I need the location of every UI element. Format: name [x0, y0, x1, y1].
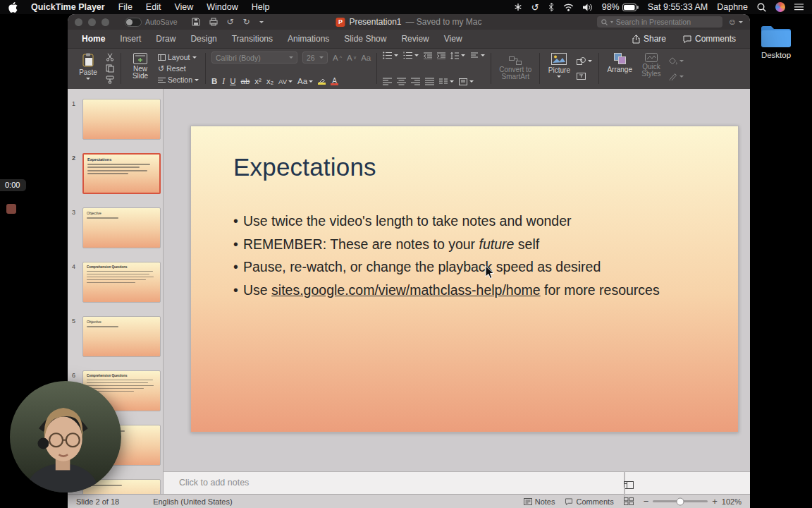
search-field[interactable] — [597, 16, 722, 28]
undo-icon[interactable]: ↺ — [227, 18, 234, 26]
align-right-icon[interactable] — [411, 78, 420, 85]
slide-4-preview[interactable]: Comprehension Questions — [82, 262, 161, 303]
stop-recording-button[interactable] — [6, 204, 16, 214]
indent-icon[interactable] — [437, 52, 445, 59]
picture-button[interactable]: Picture — [546, 52, 572, 85]
wifi-icon[interactable] — [563, 4, 574, 11]
slide-2-preview[interactable]: Expectations — [82, 153, 161, 194]
menu-edit[interactable]: Edit — [146, 2, 161, 12]
window-titlebar[interactable]: AutoSave ↺ ↻ P Presentation1 — Saved to … — [68, 14, 750, 30]
convert-to-smartart-button[interactable]: Convert to SmartArt — [497, 52, 534, 85]
highlight-color-button[interactable] — [318, 78, 326, 85]
zoom-slider[interactable] — [653, 500, 708, 502]
tab-animations[interactable]: Animations — [288, 34, 329, 44]
bluetooth-icon[interactable] — [548, 3, 554, 11]
time-machine-icon[interactable]: ↺ — [531, 3, 539, 12]
menu-view[interactable]: View — [174, 2, 193, 12]
align-left-icon[interactable] — [383, 78, 392, 85]
siri-icon[interactable] — [775, 2, 785, 12]
slide-3-preview[interactable]: Objective — [82, 207, 161, 248]
tab-review[interactable]: Review — [401, 34, 429, 44]
font-size-combo[interactable]: 26 — [302, 52, 328, 64]
save-icon[interactable] — [192, 18, 200, 26]
tab-design[interactable]: Design — [190, 34, 216, 44]
toolbar-chevron-icon[interactable] — [259, 21, 264, 23]
line-spacing-button[interactable] — [450, 52, 465, 59]
slide-canvas[interactable]: Expectations • Use twice the video's len… — [190, 126, 739, 433]
feedback-smiley-icon[interactable]: ☺ — [728, 17, 743, 27]
quick-styles-button[interactable]: Quick Styles — [638, 52, 665, 85]
reset-button[interactable]: ↺ Reset — [158, 64, 199, 73]
align-text-button[interactable] — [459, 78, 474, 85]
paste-menu-chevron-icon[interactable] — [86, 78, 90, 80]
share-button[interactable]: Share — [632, 34, 666, 44]
minimize-button[interactable] — [88, 18, 96, 26]
menu-file[interactable]: File — [118, 2, 133, 12]
comments-button[interactable]: Comments — [683, 34, 736, 44]
layout-button[interactable]: Layout — [158, 53, 199, 61]
thumbnail-slide-3[interactable]: 3 Objective — [68, 207, 163, 251]
active-app-name[interactable]: QuickTime Player — [31, 2, 105, 12]
change-case-button[interactable]: Aa — [297, 77, 313, 85]
italic-button[interactable]: I — [222, 77, 225, 85]
autosave-toggle[interactable] — [125, 18, 142, 27]
search-scope-chevron-icon[interactable] — [610, 21, 613, 23]
desktop-folder-icon[interactable]: Desktop — [756, 23, 796, 59]
hyperlink-text[interactable]: sites.google.com/view/mathclass-help/hom… — [271, 282, 541, 298]
strikethrough-button[interactable]: ab — [241, 77, 250, 85]
grow-font-button[interactable]: A^ — [333, 54, 342, 62]
subscript-button[interactable]: x₂ — [266, 77, 273, 85]
arrange-button[interactable]: Arrange — [605, 52, 634, 85]
search-input[interactable] — [616, 18, 718, 26]
copy-icon[interactable] — [106, 64, 114, 73]
zoom-button[interactable] — [102, 18, 109, 26]
align-center-icon[interactable] — [397, 78, 406, 85]
font-name-combo[interactable]: Calibri (Body) — [211, 52, 297, 64]
tab-insert[interactable]: Insert — [120, 34, 141, 44]
comments-toggle-button[interactable]: Comments — [565, 497, 613, 506]
redo-icon[interactable]: ↻ — [243, 18, 250, 26]
shapes-button[interactable] — [577, 57, 592, 65]
fast-user-switch[interactable]: Daphne — [717, 2, 748, 12]
notes-toggle-button[interactable]: Notes — [524, 497, 555, 506]
menu-window[interactable]: Window — [207, 2, 238, 12]
outdent-icon[interactable] — [424, 52, 432, 59]
picture-menu-chevron-icon[interactable] — [557, 75, 561, 78]
menu-help[interactable]: Help — [252, 2, 270, 12]
format-painter-icon[interactable] — [106, 75, 114, 84]
zoom-slider-knob[interactable] — [677, 497, 684, 505]
print-icon[interactable] — [209, 18, 218, 26]
language-button[interactable]: English (United States) — [153, 497, 233, 506]
shrink-font-button[interactable]: Av — [347, 54, 356, 62]
menu-clock[interactable]: Sat 9:55:33 AM — [648, 2, 708, 12]
character-spacing-button[interactable]: AV — [278, 78, 293, 85]
spotlight-search-icon[interactable] — [757, 3, 766, 12]
numbering-button[interactable] — [403, 52, 419, 59]
tab-home[interactable]: Home — [82, 34, 105, 44]
slide-5-preview[interactable]: Objective — [82, 316, 161, 357]
font-color-button[interactable]: A — [331, 78, 338, 85]
text-box-button[interactable] — [577, 73, 592, 80]
superscript-button[interactable]: x² — [254, 77, 262, 85]
tab-draw[interactable]: Draw — [156, 34, 176, 44]
settings-icon[interactable] — [514, 3, 522, 11]
new-slide-button[interactable]: New Slide — [127, 52, 154, 85]
zoom-out-icon[interactable]: − — [644, 497, 649, 506]
thumbnail-slide-1[interactable]: 1 — [68, 99, 163, 143]
thumbnail-slide-4[interactable]: 4 Comprehension Questions — [68, 262, 163, 306]
justify-icon[interactable] — [425, 78, 434, 85]
slide-title[interactable]: Expectations — [233, 153, 376, 181]
webcam-overlay[interactable] — [10, 381, 121, 492]
text-direction-button[interactable] — [470, 52, 485, 59]
close-button[interactable] — [75, 18, 82, 26]
columns-button[interactable] — [439, 78, 454, 85]
battery-status[interactable]: 98% — [602, 2, 639, 12]
tab-view[interactable]: View — [444, 34, 462, 44]
zoom-in-icon[interactable]: + — [712, 497, 718, 506]
bullets-button[interactable] — [383, 52, 398, 59]
apple-menu-icon[interactable] — [8, 2, 18, 13]
thumbnail-slide-2[interactable]: 2 Expectations — [68, 153, 163, 197]
shape-fill-button[interactable] — [669, 57, 684, 65]
notification-center-icon[interactable] — [794, 4, 804, 11]
autosave-control[interactable]: AutoSave — [125, 18, 178, 27]
